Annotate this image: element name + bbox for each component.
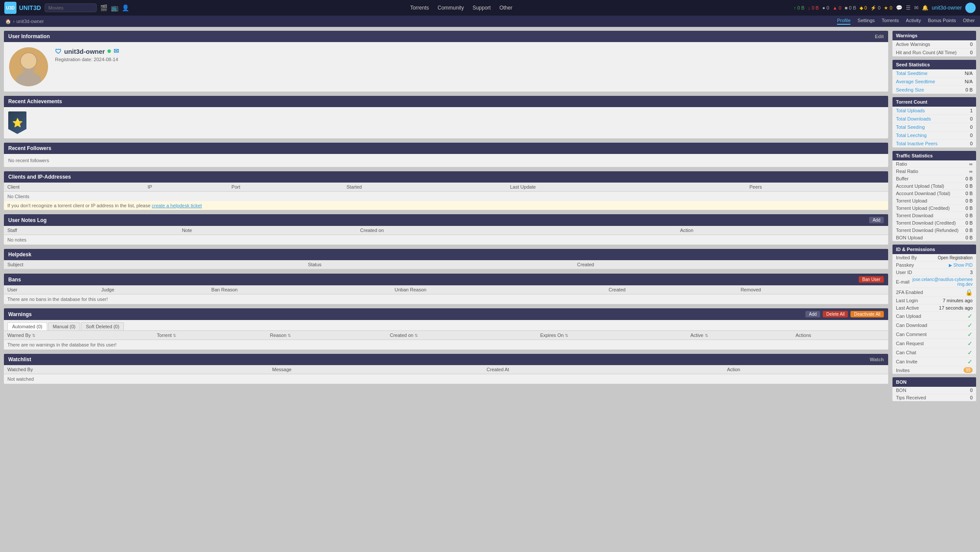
icon-mail[interactable]: ✉: [914, 5, 918, 11]
bans-panel: Bans Ban User User Judge Ban Reason Unba…: [3, 273, 889, 304]
nav-torrents[interactable]: Torrents: [410, 5, 429, 11]
col-unban-reason: Unban Reason: [391, 285, 605, 294]
ban-user-button[interactable]: Ban User: [859, 276, 884, 283]
add-note-button[interactable]: Add: [869, 217, 884, 223]
username-display[interactable]: unit3d-owner: [64, 48, 105, 55]
role-icon: 🛡: [55, 48, 62, 55]
nav-icon-user[interactable]: 👤: [122, 4, 129, 11]
total-inactive-peers-link[interactable]: Total Inactive Peers: [896, 141, 938, 146]
rp-id-permissions-header: ID & Permissions: [892, 245, 976, 254]
top-nav: U3D UNIT3D 🎬 📺 👤 Torrents Community Supp…: [0, 0, 980, 16]
perm-user-id: User ID 3: [892, 269, 976, 276]
total-inactive-peers-value: 0: [970, 141, 973, 146]
followers-body: No recent followers: [4, 154, 888, 167]
col-client: Client: [4, 183, 144, 192]
nav-other[interactable]: Other: [500, 5, 513, 11]
avatar-small[interactable]: [965, 3, 976, 13]
icon-list[interactable]: ☰: [906, 5, 911, 11]
logo[interactable]: U3D UNIT3D: [4, 2, 41, 14]
helpdesk-panel: Helpdesk Subject Status Created: [3, 248, 889, 270]
no-followers-text: No recent followers: [8, 158, 49, 163]
tab-activity[interactable]: Activity: [906, 18, 921, 25]
mail-icon[interactable]: ✉: [114, 47, 119, 55]
sort-warned-by[interactable]: ⇅: [32, 333, 36, 338]
tab-other[interactable]: Other: [963, 18, 975, 25]
total-downloads-link[interactable]: Total Downloads: [896, 116, 931, 121]
col-actions: Actions: [792, 331, 888, 340]
sort-active[interactable]: ⇅: [705, 333, 708, 338]
invites-badge: 99: [964, 367, 973, 373]
helpdesk-ticket-link[interactable]: create a helpdesk ticket: [152, 203, 202, 208]
stat-bolt: ⚡ 0: [870, 5, 880, 11]
svg-point-2: [21, 53, 36, 69]
tab-torrents[interactable]: Torrents: [882, 18, 899, 25]
col-action: Action: [677, 226, 888, 235]
rp-bon-body: BON 0 Tips Received 0: [892, 387, 976, 401]
stat-size: ■ 0 B: [845, 5, 856, 10]
total-leeching-value: 0: [970, 133, 973, 138]
followers-header: Recent Followers: [4, 143, 888, 154]
stat-total-seedtime: Total Seedtime N/A: [892, 69, 976, 78]
ts-torrent-upload-credited: Torrent Upload (Credited)0 B: [892, 205, 976, 212]
avg-seedtime-link[interactable]: Average Seedtime: [896, 79, 935, 84]
total-uploads-link[interactable]: Total Uploads: [896, 108, 925, 113]
user-notes-panel: User Notes Log Add Staff Note Created on…: [3, 214, 889, 245]
show-pid-link[interactable]: ▶ Show PID: [949, 263, 973, 268]
rp-id-permissions-panel: ID & Permissions Invited By Open Registr…: [892, 244, 977, 374]
main-content: User Information Edit 🛡 unit3d-owner: [3, 30, 889, 384]
warnings-table: Warned By ⇅ Torrent ⇅ Reason ⇅ Created o…: [4, 331, 888, 349]
col-removed: Removed: [737, 285, 888, 294]
sort-created-on[interactable]: ⇅: [415, 333, 418, 338]
perm-invites: Invites 99: [892, 366, 976, 374]
warnings-header: Warnings Add Delete All Deactivate All: [4, 308, 888, 320]
perm-can-chat: Can Chat ✓: [892, 348, 976, 357]
sort-reason[interactable]: ⇅: [288, 333, 291, 338]
tab-automated[interactable]: Automated (0): [7, 322, 47, 330]
tab-profile[interactable]: Profile: [837, 18, 850, 25]
perm-can-invite: Can Invite ✓: [892, 357, 976, 366]
tab-settings[interactable]: Settings: [857, 18, 875, 25]
total-leeching-link[interactable]: Total Leeching: [896, 133, 927, 138]
tab-bonus-points[interactable]: Bonus Points: [928, 18, 956, 25]
tab-manual[interactable]: Manual (0): [48, 322, 81, 330]
nav-icon-camera[interactable]: 🎬: [100, 4, 107, 11]
total-seedtime-link[interactable]: Total Seedtime: [896, 71, 928, 76]
sort-expires-on[interactable]: ⇅: [565, 333, 568, 338]
rp-torrent-count-body: Total Uploads 1 Total Downloads 0 Total …: [892, 107, 976, 147]
no-bans-cell: There are no bans in the database for th…: [4, 294, 888, 304]
ts-real-ratio: Real Ratio∞: [892, 168, 976, 175]
nav-support[interactable]: Support: [473, 5, 491, 11]
col-expires-on: Expires On ⇅: [537, 331, 687, 340]
home-link[interactable]: 🏠: [5, 19, 11, 24]
delete-all-warnings-button[interactable]: Delete All: [823, 311, 848, 317]
perm-last-active: Last Active 17 seconds ago: [892, 304, 976, 312]
nav-community[interactable]: Community: [438, 5, 464, 11]
rp-bon-header: BON: [892, 377, 976, 387]
col-active: Active ⇅: [687, 331, 792, 340]
achievements-body: ⭐: [4, 107, 888, 138]
watch-button[interactable]: Watch: [870, 357, 884, 362]
tab-soft-deleted[interactable]: Soft Deleted (0): [81, 322, 124, 330]
online-indicator: [107, 49, 111, 53]
username-link[interactable]: unit3d-owner: [932, 5, 962, 11]
stat-total-seeding: Total Seeding 0: [892, 123, 976, 131]
deactivate-all-warnings-button[interactable]: Deactivate All: [850, 311, 884, 317]
col-created-at: Created At: [483, 365, 724, 374]
clients-info-text: If you don't recognize a torrent client …: [4, 201, 888, 210]
stat-avg-seedtime: Average Seedtime N/A: [892, 78, 976, 86]
user-info-header: User Information Edit: [4, 31, 888, 42]
nav-icon-tv[interactable]: 📺: [111, 4, 118, 11]
profile-breadcrumb[interactable]: unit3d-owner: [16, 19, 44, 24]
total-seeding-link[interactable]: Total Seeding: [896, 124, 925, 130]
stat-hit-run: Hit and Run Count (All Time) 0: [892, 49, 976, 56]
icon-chat[interactable]: 💬: [896, 5, 902, 11]
icon-bell[interactable]: 🔔: [922, 5, 928, 11]
sort-torrent[interactable]: ⇅: [173, 333, 176, 338]
search-input[interactable]: [45, 3, 97, 12]
total-downloads-value: 0: [970, 116, 973, 121]
add-warning-button[interactable]: Add: [805, 311, 820, 317]
edit-button[interactable]: Edit: [875, 34, 884, 39]
col-subject: Subject: [4, 260, 305, 269]
seeding-size-link[interactable]: Seeding Size: [896, 87, 924, 92]
clients-table: Client IP Port Started Last Update Peers…: [4, 183, 888, 201]
